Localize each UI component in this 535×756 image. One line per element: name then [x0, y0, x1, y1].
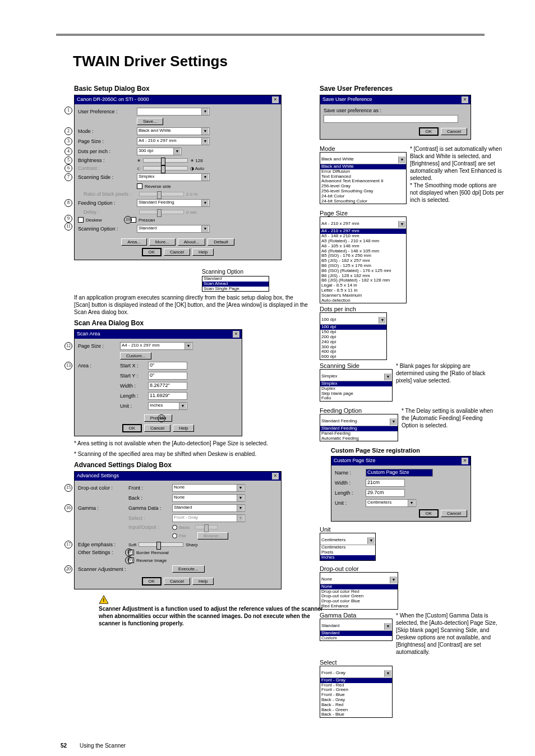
execute-button[interactable]: Execute... [172, 565, 205, 573]
advanced-heading: Advanced Settings Dialog Box [74, 461, 308, 469]
label-sa-area: Area : [78, 363, 120, 368]
marker-15: 15 [64, 484, 72, 492]
gammadata-note: * When the [Custom] Gamma Data is select… [396, 612, 502, 656]
savepref-heading: Save User Preferences [320, 85, 510, 93]
sa-ok-button[interactable]: OK [122, 424, 142, 432]
scan-opt-item[interactable]: Scan Single Page [202, 287, 269, 292]
list-item[interactable]: Folio [320, 396, 392, 401]
sa-cancel-button[interactable]: Cancel [144, 425, 170, 432]
r-scanside-combo[interactable]: Simplex [320, 374, 392, 381]
label-r-dropout: Drop-out color [320, 565, 510, 572]
label-reverse-img: Reverse Image [136, 558, 167, 563]
default-button[interactable]: Default [207, 238, 234, 246]
back-combo[interactable]: None [172, 494, 245, 502]
scan-side-combo[interactable]: Simplex [137, 173, 210, 181]
close-icon[interactable]: × [272, 473, 279, 480]
label-file-radio: File [179, 533, 186, 538]
r-unit-combo[interactable]: Centimeters [320, 537, 375, 545]
help-button[interactable]: Help [192, 248, 214, 256]
list-item[interactable]: Auto-detection [320, 298, 406, 303]
reverse-side-checkbox[interactable] [137, 183, 142, 189]
sa-help-button[interactable]: Help [173, 425, 194, 432]
cp-cancel-button[interactable]: Cancel [441, 510, 467, 517]
cp-width-input[interactable]: 21cm [366, 479, 405, 487]
dpi-combo[interactable]: 300 dpi [137, 147, 182, 155]
custom-button[interactable]: Custom... [120, 352, 151, 359]
marker-12: 12 [64, 342, 72, 350]
scan-opt-combo[interactable]: Standard [137, 225, 210, 233]
front-combo[interactable]: None [172, 484, 245, 492]
label-page-size: Page Size : [78, 139, 137, 144]
adv-ok-button[interactable]: OK [142, 577, 162, 586]
gammadata-combo[interactable]: Standard [172, 504, 245, 512]
scanside-note: * Blank pages for skipping are determine… [396, 362, 491, 384]
user-pref-combo[interactable] [137, 108, 210, 116]
r-gammadata-combo[interactable]: Standard [320, 623, 392, 631]
r-mode-combo[interactable]: Black and White [320, 156, 406, 164]
ok-button[interactable]: OK [142, 248, 162, 256]
starty-input[interactable]: 0" [148, 372, 187, 380]
close-icon[interactable]: × [272, 96, 279, 103]
label-r-feed: Feeding Option [320, 407, 398, 414]
list-item[interactable]: 24-bit Smoothing Color [320, 199, 406, 204]
list-item[interactable]: Inches [320, 555, 375, 560]
r-pagesize-combo[interactable]: A4 - 210 x 297 mm [320, 221, 406, 229]
label-delay: Delay : [78, 209, 137, 215]
marker-6: 6 [64, 164, 72, 172]
deskew-checkbox[interactable] [78, 217, 84, 223]
unit-combo[interactable]: Inches [148, 402, 187, 410]
cancel-button[interactable]: Cancel [164, 248, 190, 256]
close-icon[interactable]: × [462, 96, 468, 103]
r-feed-combo[interactable]: Standard Feeding [320, 418, 398, 426]
footer-text: Using the Scanner [80, 743, 126, 749]
brightness-slider[interactable] [143, 158, 188, 163]
edge-slider[interactable] [139, 542, 183, 547]
list-item[interactable]: Red Enhance [320, 604, 398, 609]
save-button[interactable]: Save... [137, 118, 163, 125]
list-item[interactable]: Automatic Feeding [320, 436, 398, 441]
sp-ok-button[interactable]: OK [419, 127, 439, 136]
length-input[interactable]: 11.6929" [148, 392, 187, 400]
page-size-combo[interactable]: A4 - 210 x 297 mm [137, 137, 210, 145]
close-icon[interactable]: × [233, 331, 239, 338]
r-dropout-combo[interactable]: None [320, 577, 398, 584]
label-r-mode: Mode [320, 145, 407, 152]
marker-11: 11 [64, 223, 72, 231]
sa-page-size-combo[interactable]: A4 - 210 x 297 mm [120, 342, 193, 350]
more-button[interactable]: More... [149, 238, 176, 246]
svg-text:!: ! [103, 597, 104, 603]
basic-dlg-title: Canon DR-2050C on STI - 0000 [77, 96, 149, 103]
list-item[interactable]: Back - Blue [320, 712, 392, 717]
list-item[interactable]: Skip blank page [320, 391, 392, 397]
cp-ok-button[interactable]: OK [419, 509, 439, 518]
adv-cancel-button[interactable]: Cancel [164, 578, 190, 585]
cp-length-input[interactable]: 29.7cm [366, 489, 405, 497]
basic-note: If an application program executes scann… [74, 294, 308, 316]
marker-14: 14 [158, 414, 165, 422]
page-title: TWAIN Driver Settings [73, 53, 535, 70]
savepref-input[interactable] [324, 115, 458, 123]
startx-input[interactable]: 0" [148, 362, 187, 370]
file-radio [172, 533, 177, 538]
adv-help-button[interactable]: Help [192, 578, 214, 585]
sp-cancel-button[interactable]: Cancel [441, 128, 467, 135]
mode-combo[interactable]: Black and White [137, 127, 210, 135]
marker-2: 2 [64, 127, 72, 135]
feed-combo[interactable]: Standard Feeding [137, 199, 210, 207]
about-button[interactable]: About... [178, 238, 206, 246]
area-button[interactable]: Area... [121, 238, 147, 246]
label-r-dpi: Dots per inch [320, 306, 510, 312]
r-dpi-combo[interactable]: 100 dpi [320, 317, 386, 325]
close-icon[interactable]: × [462, 458, 468, 464]
label-width: Width : [120, 383, 148, 389]
r-select-combo[interactable]: Front - Gray [320, 670, 392, 678]
marker-20: 20 [64, 565, 72, 573]
cp-name-input[interactable]: Custom Page Size [366, 469, 433, 477]
label-basic-radio: Basic [179, 525, 190, 530]
list-item[interactable]: 600 dpi [320, 354, 386, 359]
list-item[interactable]: Custom [320, 636, 392, 641]
width-input[interactable]: 8.26772" [148, 382, 187, 390]
label-prescan: Prescan [139, 218, 155, 223]
cp-unit-combo[interactable]: Centimeters [366, 499, 416, 507]
label-cp-unit: Unit : [335, 500, 366, 506]
